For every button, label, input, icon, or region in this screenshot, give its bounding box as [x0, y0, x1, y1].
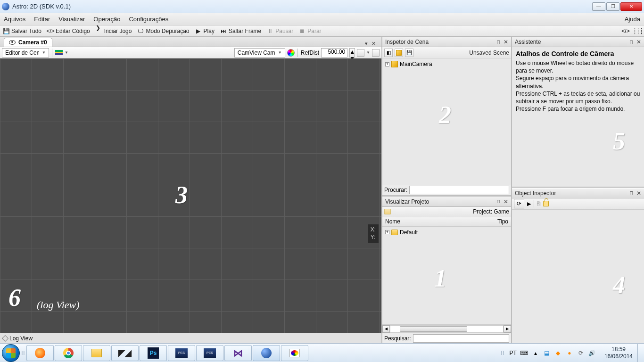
- object-inspector-header: Object Inspector ⊓ ✕: [512, 188, 644, 198]
- system-tray: PT ⌨ ▴ ⬓ ◆ ● ⟳ 🔊: [506, 349, 600, 357]
- menu-operacao[interactable]: Operação: [93, 16, 120, 23]
- project-columns: Nome Tipo: [382, 217, 511, 227]
- toolbar-code-icon[interactable]: </>: [622, 28, 629, 34]
- start-button[interactable]: [2, 344, 20, 362]
- refresh-button[interactable]: ⟳: [514, 199, 524, 208]
- menu-configuracoes[interactable]: Configurações: [129, 16, 168, 23]
- titlebar: Astro: 2D (SDK v.0.1) — ❐ ✕: [0, 0, 644, 13]
- stop-button[interactable]: ⏹ Parar: [299, 28, 321, 34]
- menu-ajuda[interactable]: Ajuda: [625, 16, 640, 23]
- copy-icon[interactable]: ⎘: [537, 200, 540, 207]
- taskbar-app-unity[interactable]: ◤◢: [111, 345, 139, 361]
- maximize-button[interactable]: ❐: [606, 2, 619, 11]
- scene-search-row: Procurar:: [382, 185, 511, 195]
- dropbox-icon[interactable]: ⬓: [543, 349, 551, 357]
- log-view-tab[interactable]: Log View: [9, 335, 33, 342]
- play-button[interactable]: ▶ Play: [195, 28, 215, 34]
- pin-icon[interactable]: ⊓: [496, 39, 501, 45]
- object-inspector-panel: 4: [512, 210, 644, 344]
- edit-code-button[interactable]: </> Editar Código: [47, 28, 90, 34]
- clock[interactable]: 18:59 16/06/2014: [601, 346, 636, 360]
- save-icon: 💾: [3, 28, 9, 34]
- close-icon[interactable]: ✕: [636, 190, 641, 197]
- menu-editar[interactable]: Editar: [34, 16, 50, 23]
- project-search-input[interactable]: [413, 334, 509, 343]
- taskbar-app-paint[interactable]: [281, 345, 308, 361]
- close-icon[interactable]: ✕: [504, 198, 508, 205]
- hscrollbar[interactable]: ◀ ▶: [382, 324, 511, 333]
- taskbar-app-astro[interactable]: [253, 345, 280, 361]
- scene-search-input[interactable]: [409, 186, 509, 194]
- editor-mode-dropdown[interactable]: Editor de Cena ▼: [2, 48, 49, 58]
- camview-dropdown[interactable]: CamView Cam ▼: [234, 48, 285, 58]
- new-object-button[interactable]: ◧: [384, 49, 393, 57]
- taskbar-app-explorer[interactable]: [83, 345, 110, 361]
- menu-arquivos[interactable]: Aquivos: [4, 16, 25, 23]
- app-icon: [2, 3, 9, 10]
- tab-dropdown-icon[interactable]: ▾: [363, 41, 370, 47]
- left-column: Camera #0 ▾ ✕ Editor de Cena ▼ ▼ CamView…: [0, 37, 382, 343]
- step-frame-button[interactable]: ⏭ Saltar Frame: [220, 28, 261, 34]
- taskbar-app-chrome[interactable]: [55, 345, 82, 361]
- tab-close-icon[interactable]: ✕: [370, 41, 378, 47]
- show-desktop-button[interactable]: [637, 344, 642, 362]
- viewport[interactable]: X: Y: 3 6 (log View): [0, 58, 381, 333]
- pin-icon[interactable]: ⊓: [629, 190, 634, 196]
- start-game-button[interactable]: ❯_ Inciar Jogo: [96, 28, 132, 34]
- taskbar-app-firefox[interactable]: [26, 345, 54, 361]
- tray-icon-sync[interactable]: ⟳: [577, 349, 585, 357]
- folder-icon[interactable]: [384, 209, 391, 214]
- tool-icon-2[interactable]: [372, 49, 380, 57]
- refdist-input[interactable]: 500.00: [321, 48, 347, 58]
- minimize-button[interactable]: —: [592, 2, 605, 11]
- pin-icon[interactable]: ⊓: [629, 39, 634, 45]
- volume-icon[interactable]: 🔊: [588, 349, 596, 357]
- expand-icon[interactable]: +: [385, 62, 389, 66]
- taskbar-app-photoshop[interactable]: Ps: [140, 345, 167, 361]
- taskbar-app-visualstudio[interactable]: ⋈: [224, 345, 252, 361]
- flag-icon[interactable]: [55, 50, 63, 55]
- play-icon[interactable]: ▶: [527, 201, 531, 207]
- save-scene-button[interactable]: 💾: [405, 49, 413, 57]
- pin-icon[interactable]: [2, 335, 8, 341]
- scroll-thumb[interactable]: [400, 326, 467, 332]
- expand-icon[interactable]: +: [385, 230, 389, 234]
- scroll-left-icon[interactable]: ◀: [382, 325, 390, 333]
- tool-icon-1[interactable]: [357, 49, 364, 57]
- taskbar-grip-icon: ⁞⁞: [21, 346, 25, 360]
- project-tree[interactable]: + Default 1: [382, 227, 511, 325]
- toolbar-sliders-icon[interactable]: ┊┊┊: [635, 28, 641, 34]
- scene-tree[interactable]: + MainCamera 2: [382, 58, 511, 185]
- step-icon: ⏭: [220, 28, 227, 34]
- tray-icon-circle[interactable]: ●: [566, 349, 573, 357]
- taskbar-app-pes1[interactable]: PES: [168, 345, 195, 361]
- tree-item-maincamera[interactable]: + MainCamera: [384, 60, 509, 68]
- close-button[interactable]: ✕: [620, 2, 642, 11]
- save-all-button[interactable]: 💾 Salvar Tudo: [3, 28, 41, 34]
- assistant-header: Assistente ⊓ ✕: [512, 37, 644, 47]
- menu-visualizar[interactable]: Visualizar: [58, 16, 85, 23]
- keyboard-icon[interactable]: ⌨: [520, 349, 528, 357]
- object-inspector-toolbar: ⟳ ▶ ⎘: [512, 198, 644, 210]
- project-search-row: Pesquisar:: [382, 333, 511, 343]
- taskbar-grip-icon: ⁞⁞: [500, 346, 505, 360]
- play-icon: ▶: [195, 28, 202, 34]
- debug-mode-button[interactable]: 🖵 Modo Depuração: [137, 28, 189, 34]
- tray-chevron-icon[interactable]: ▴: [532, 349, 539, 357]
- code-icon: </>: [47, 28, 54, 34]
- close-icon[interactable]: ✕: [504, 39, 508, 45]
- overlay-4: 4: [613, 271, 625, 299]
- scroll-right-icon[interactable]: ▶: [504, 325, 511, 333]
- tray-icon-orange[interactable]: ◆: [554, 349, 562, 357]
- color-wheel-icon[interactable]: [287, 49, 295, 57]
- pause-button[interactable]: ⏸ Pausar: [267, 28, 293, 34]
- new-cube-button[interactable]: [395, 49, 403, 57]
- language-indicator[interactable]: PT: [510, 350, 517, 356]
- tree-item-default[interactable]: + Default: [384, 229, 509, 236]
- taskbar-app-pes2[interactable]: PES: [196, 345, 223, 361]
- close-icon[interactable]: ✕: [636, 39, 641, 45]
- refdist-spinner[interactable]: ▲▼: [349, 48, 355, 58]
- pin-icon[interactable]: ⊓: [496, 198, 501, 205]
- lock-icon[interactable]: [543, 201, 549, 206]
- camera-tab[interactable]: Camera #0: [4, 38, 52, 47]
